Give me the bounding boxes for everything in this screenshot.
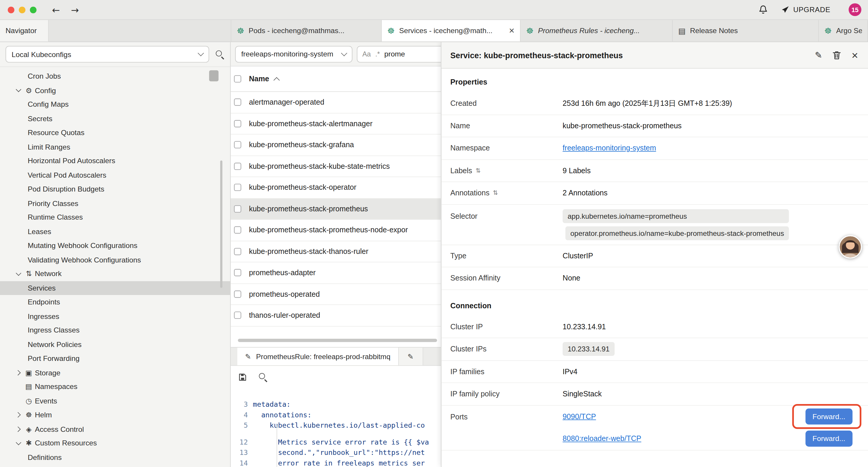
- row-checkbox[interactable]: [234, 269, 241, 276]
- notification-count-badge[interactable]: 15: [848, 3, 861, 16]
- row-checkbox[interactable]: [234, 99, 241, 106]
- editor-tab[interactable]: ☸ Argo Se ×: [819, 20, 868, 41]
- table-row[interactable]: kube-prometheus-stack-kube-state-metrics: [231, 156, 441, 177]
- sidebar-item[interactable]: Network Policies: [0, 337, 230, 351]
- sidebar-item[interactable]: ◈ Access Control: [0, 422, 230, 436]
- regex-toggle[interactable]: .*: [375, 50, 380, 58]
- save-icon[interactable]: [239, 373, 247, 381]
- row-checkbox[interactable]: [234, 141, 241, 148]
- sidebar-item[interactable]: ⇅ Network: [0, 267, 230, 281]
- sidebar-item[interactable]: Definitions: [0, 450, 230, 464]
- table-row[interactable]: prometheus-adapter: [231, 262, 441, 284]
- row-checkbox[interactable]: [234, 163, 241, 170]
- table-row[interactable]: kube-prometheus-stack-operator: [231, 177, 441, 198]
- table-row[interactable]: alertmanager-operated: [231, 92, 441, 113]
- sidebar-item[interactable]: Pod Disruption Budgets: [0, 182, 230, 196]
- sidebar-item[interactable]: Limit Ranges: [0, 140, 230, 154]
- chevron-icon[interactable]: [14, 366, 23, 380]
- chevron-icon[interactable]: [14, 408, 23, 422]
- horizontal-scrollbar[interactable]: [238, 339, 437, 342]
- sidebar-item[interactable]: Vertical Pod Autoscalers: [0, 168, 230, 182]
- sidebar-item[interactable]: Runtime Classes: [0, 210, 230, 225]
- forward-button-nav[interactable]: →: [71, 4, 79, 15]
- kubeconfig-selector[interactable]: Local Kubeconfigs: [6, 46, 209, 62]
- sidebar-item[interactable]: Port Forwarding: [0, 351, 230, 366]
- prometheusrule-editor-tab[interactable]: ✎ PrometheusRule: freeleaps-prod-rabbitm…: [237, 348, 399, 365]
- row-checkbox[interactable]: [234, 226, 241, 233]
- sidebar-item[interactable]: Endpoints: [0, 295, 230, 309]
- scrollbar-thumb[interactable]: [209, 70, 219, 81]
- sidebar-item[interactable]: ⚙ Config: [0, 83, 230, 97]
- window-zoom-button[interactable]: [30, 6, 36, 13]
- sidebar-item[interactable]: Ingress Classes: [0, 323, 230, 338]
- row-checkbox[interactable]: [234, 184, 241, 191]
- port-link[interactable]: 8080:reloader-web/TCP: [562, 435, 641, 443]
- name-column-header[interactable]: Name: [249, 75, 269, 83]
- row-checkbox[interactable]: [234, 120, 241, 127]
- labels-expander-icon[interactable]: ⇅: [475, 167, 480, 174]
- editor-tab[interactable]: ▤ Release Notes ×: [673, 20, 819, 41]
- table-row[interactable]: kube-prometheus-stack-prometheus: [231, 198, 441, 220]
- chevron-icon[interactable]: [14, 422, 23, 436]
- editor-tab[interactable]: ☸ Services - icecheng@math... ×: [382, 20, 521, 41]
- chevron-icon[interactable]: [14, 436, 23, 450]
- table-row[interactable]: kube-prometheus-stack-alertmanager: [231, 113, 441, 135]
- sidebar-item[interactable]: Validating Webhook Configurations: [0, 253, 230, 267]
- delete-icon[interactable]: [833, 51, 841, 59]
- sidebar-item[interactable]: Priority Classes: [0, 196, 230, 210]
- row-checkbox[interactable]: [234, 248, 241, 255]
- sidebar-item[interactable]: Mutating Webhook Configurations: [0, 238, 230, 253]
- chevron-icon[interactable]: [14, 380, 23, 394]
- search-input[interactable]: Aa .* prome: [357, 46, 441, 62]
- sidebar-item[interactable]: Cron Jobs: [0, 69, 230, 83]
- row-checkbox[interactable]: [234, 205, 241, 212]
- table-row[interactable]: prometheus-operated: [231, 284, 441, 305]
- close-icon[interactable]: ×: [851, 50, 858, 61]
- sidebar-scrollbar[interactable]: [220, 160, 222, 288]
- namespace-selector[interactable]: freeleaps-monitoring-system: [235, 46, 352, 62]
- editor-tab[interactable]: ☸ Prometheus Rules - icecheng... ×: [521, 20, 673, 41]
- table-row[interactable]: kube-prometheus-stack-prometheus-node-ex…: [231, 220, 441, 241]
- table-row[interactable]: kube-prometheus-stack-thanos-ruler: [231, 241, 441, 262]
- sidebar-item[interactable]: Horizontal Pod Autoscalers: [0, 154, 230, 168]
- chevron-icon[interactable]: [14, 394, 23, 408]
- chevron-icon[interactable]: [14, 83, 23, 97]
- forward-button[interactable]: Forward...: [805, 431, 852, 447]
- sidebar-item[interactable]: Resource Quotas: [0, 126, 230, 140]
- sidebar-item[interactable]: Config Maps: [0, 97, 230, 112]
- table-row[interactable]: kube-prometheus-stack-grafana: [231, 135, 441, 156]
- annotations-expander-icon[interactable]: ⇅: [493, 189, 498, 197]
- window-minimize-button[interactable]: [19, 6, 25, 13]
- search-icon[interactable]: [215, 50, 224, 59]
- sidebar-item[interactable]: Ingresses: [0, 309, 230, 323]
- row-checkbox[interactable]: [234, 312, 241, 319]
- sidebar-item[interactable]: ▤ Namespaces: [0, 380, 230, 394]
- sort-ascending-icon[interactable]: [274, 77, 280, 83]
- navigator-tab[interactable]: Navigator: [0, 20, 49, 41]
- window-close-button[interactable]: [8, 6, 14, 13]
- notifications-bell-icon[interactable]: [758, 5, 768, 14]
- port-link[interactable]: 9090/TCP: [562, 412, 596, 420]
- sidebar-item[interactable]: Leases: [0, 224, 230, 238]
- row-checkbox[interactable]: [234, 291, 241, 298]
- sidebar-item[interactable]: Services: [0, 281, 230, 295]
- close-tab-icon[interactable]: ×: [509, 25, 515, 36]
- upgrade-button[interactable]: UPGRADE: [781, 6, 831, 14]
- editor-tab-partial[interactable]: ✎: [399, 348, 423, 365]
- chevron-icon[interactable]: [14, 267, 23, 281]
- editor-tab[interactable]: ☸ Pods - icecheng@mathmas... ×: [231, 20, 382, 41]
- sidebar-item[interactable]: Secrets: [0, 111, 230, 126]
- sidebar-item[interactable]: ☸ Helm: [0, 408, 230, 422]
- select-all-checkbox[interactable]: [234, 76, 241, 83]
- editor-search-icon[interactable]: [258, 372, 268, 382]
- table-row[interactable]: thanos-ruler-operated: [231, 305, 441, 326]
- sidebar-item[interactable]: ▣ Storage: [0, 366, 230, 380]
- edit-icon[interactable]: ✎: [815, 50, 822, 61]
- sidebar-item[interactable]: ✱ Custom Resources: [0, 436, 230, 450]
- sidebar-item[interactable]: ◷ Events: [0, 394, 230, 408]
- namespace-link[interactable]: freeleaps-monitoring-system: [562, 144, 656, 152]
- avatar[interactable]: [839, 235, 862, 259]
- yaml-editor[interactable]: 3 metadata: 4 annotations: 5 kubectl.kub…: [231, 388, 441, 467]
- match-case-toggle[interactable]: Aa: [363, 50, 371, 58]
- back-button[interactable]: ←: [52, 4, 60, 15]
